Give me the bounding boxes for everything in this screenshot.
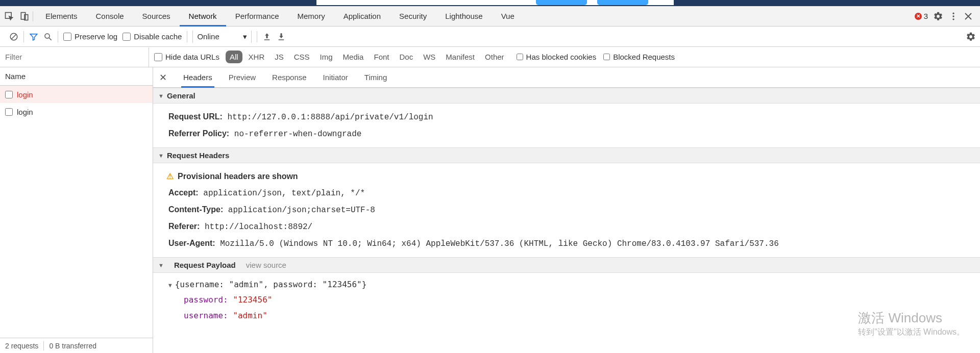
request-name: login: [17, 108, 33, 116]
header-key: Referrer Policy:: [168, 129, 229, 138]
disable-cache-checkbox[interactable]: Disable cache: [122, 32, 182, 41]
json-key: password:: [184, 295, 233, 305]
name-column-header[interactable]: Name: [0, 67, 153, 86]
status-bar: 2 requests 0 B transferred: [0, 338, 153, 353]
search-icon[interactable]: [43, 32, 53, 41]
section-general-header[interactable]: ▼ General: [153, 88, 980, 104]
request-detail-pane: ✕ HeadersPreviewResponseInitiatorTiming …: [153, 67, 980, 353]
header-value: http://127.0.0.1:8888/api/private/v1/log…: [223, 113, 433, 122]
detail-tab-response[interactable]: Response: [270, 67, 309, 88]
tab-performance[interactable]: Performance: [226, 6, 288, 27]
close-icon[interactable]: [964, 12, 973, 21]
section-payload-title: Request Payload: [174, 261, 236, 269]
throttling-value: Online: [197, 32, 219, 41]
header-key: Referer:: [168, 222, 200, 231]
tab-sources[interactable]: Sources: [133, 6, 180, 27]
has-blocked-cookies-label: Has blocked cookies: [526, 53, 597, 61]
request-list-pane: Name loginlogin 2 requests 0 B transferr…: [0, 67, 153, 353]
svg-point-4: [952, 15, 954, 17]
filter-type-img[interactable]: Img: [316, 51, 337, 63]
header-key: Request URL:: [168, 112, 223, 121]
tab-vue[interactable]: Vue: [492, 6, 524, 27]
header-key: Content-Type:: [168, 205, 223, 214]
error-badge[interactable]: ✕ 3: [915, 12, 928, 20]
filter-type-xhr[interactable]: XHR: [244, 51, 269, 63]
detail-tabs: ✕ HeadersPreviewResponseInitiatorTiming: [153, 67, 980, 88]
svg-point-5: [952, 18, 954, 20]
tab-application[interactable]: Application: [334, 6, 390, 27]
has-blocked-cookies-checkbox[interactable]: Has blocked cookies: [517, 53, 597, 61]
filter-icon[interactable]: [29, 32, 38, 41]
request-row[interactable]: login: [0, 86, 153, 103]
svg-point-3: [952, 12, 954, 14]
close-detail-icon[interactable]: ✕: [157, 72, 169, 83]
tab-console[interactable]: Console: [87, 6, 133, 27]
kebab-menu-icon[interactable]: [948, 11, 959, 21]
section-request-headers-header[interactable]: ▼ Request Headers: [153, 147, 980, 163]
filter-type-media[interactable]: Media: [339, 51, 368, 63]
header-key: Accept:: [168, 188, 199, 197]
request-row[interactable]: login: [0, 103, 153, 120]
panel-settings-gear-icon[interactable]: [966, 32, 976, 42]
clear-icon[interactable]: [9, 32, 18, 41]
json-value: "admin": [233, 311, 267, 320]
svg-point-7: [45, 34, 50, 38]
filter-row: Hide data URLs AllXHRJSCSSImgMediaFontDo…: [0, 47, 980, 67]
tab-memory[interactable]: Memory: [288, 6, 334, 27]
device-toolbar-icon[interactable]: [19, 11, 30, 21]
error-count: 3: [924, 12, 928, 20]
status-transferred: 0 B transferred: [49, 342, 96, 350]
disable-cache-label: Disable cache: [134, 32, 182, 41]
filter-type-css[interactable]: CSS: [290, 51, 314, 63]
filter-type-other[interactable]: Other: [481, 51, 508, 63]
detail-tab-initiator[interactable]: Initiator: [321, 67, 350, 88]
filter-type-manifest[interactable]: Manifest: [442, 51, 479, 63]
throttling-select[interactable]: Online ▾: [192, 31, 251, 43]
preserve-log-checkbox[interactable]: Preserve log: [63, 32, 117, 41]
triangle-down-icon: ▼: [158, 93, 164, 99]
filter-type-doc[interactable]: Doc: [395, 51, 417, 63]
tab-security[interactable]: Security: [390, 6, 436, 27]
view-source-link[interactable]: view source: [246, 261, 286, 269]
detail-tab-timing[interactable]: Timing: [362, 67, 389, 88]
gear-icon[interactable]: [933, 11, 943, 21]
tab-lighthouse[interactable]: Lighthouse: [436, 6, 492, 27]
triangle-down-icon: ▼: [158, 262, 164, 268]
download-har-icon[interactable]: [277, 32, 286, 41]
detail-tab-headers[interactable]: Headers: [181, 67, 214, 88]
header-value: http://localhost:8892/: [200, 222, 312, 232]
header-key: User-Agent:: [168, 239, 215, 247]
section-request-headers-title: Request Headers: [167, 151, 230, 160]
devtools-main-tabs: ElementsConsoleSourcesNetworkPerformance…: [0, 6, 980, 27]
json-key: username:: [184, 311, 233, 320]
section-request-payload-header[interactable]: ▼ Request Payload view source: [153, 257, 980, 273]
tab-network[interactable]: Network: [180, 6, 226, 27]
section-general-title: General: [167, 91, 195, 100]
hide-data-urls-label: Hide data URLs: [165, 53, 219, 61]
app-top-bar: [0, 0, 980, 6]
tab-elements[interactable]: Elements: [36, 6, 87, 27]
hide-data-urls-checkbox[interactable]: Hide data URLs: [154, 53, 219, 61]
chevron-down-icon: ▾: [243, 32, 247, 41]
payload-summary: {username: "admin", password: "123456"}: [175, 280, 367, 289]
header-value: application/json, text/plain, */*: [199, 189, 365, 198]
filter-type-all[interactable]: All: [226, 51, 242, 63]
inspect-element-icon[interactable]: [4, 11, 14, 21]
filter-type-ws[interactable]: WS: [419, 51, 439, 63]
request-checkbox[interactable]: [5, 91, 13, 98]
triangle-down-icon: ▼: [168, 281, 172, 291]
network-toolbar: Preserve log Disable cache Online ▾: [0, 27, 980, 47]
detail-tab-preview[interactable]: Preview: [227, 67, 258, 88]
triangle-down-icon: ▼: [158, 153, 164, 159]
filter-type-font[interactable]: Font: [370, 51, 393, 63]
blocked-requests-label: Blocked Requests: [613, 53, 675, 61]
filter-type-js[interactable]: JS: [271, 51, 288, 63]
warning-icon: ⚠: [166, 168, 174, 185]
preserve-log-label: Preserve log: [75, 32, 117, 41]
blocked-requests-checkbox[interactable]: Blocked Requests: [603, 53, 675, 61]
request-checkbox[interactable]: [5, 108, 13, 116]
header-value: application/json;charset=UTF-8: [223, 206, 375, 215]
upload-har-icon[interactable]: [262, 32, 272, 41]
filter-input[interactable]: [0, 47, 149, 67]
error-icon: ✕: [915, 13, 922, 20]
